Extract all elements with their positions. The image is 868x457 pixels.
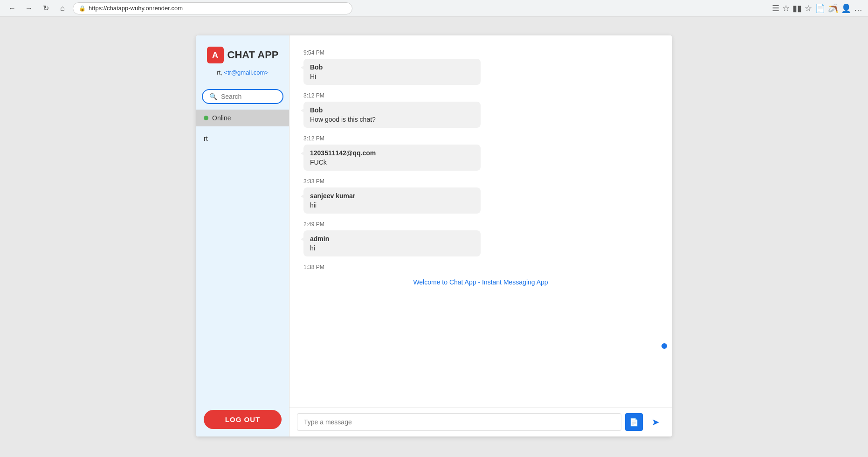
logo-text: CHAT APP (227, 49, 279, 61)
message-sender-3: 1203511142@qq.com (310, 149, 474, 157)
sidebar-header: A CHAT APP rt, <tr@gmail.com> (196, 35, 289, 85)
browser-actions: ☰ ☆ ▮▮ ☆ 📄 🪃 👤 … (772, 3, 862, 14)
message-sender-2: Bob (310, 106, 474, 114)
sidebar-footer: LOG OUT (196, 402, 289, 436)
contacts-list: rt (196, 126, 289, 402)
browser-chrome: ← → ↻ ⌂ 🔒 https://chatapp-wuhy.onrender.… (0, 0, 868, 17)
search-icon: 🔍 (209, 93, 217, 100)
forward-button[interactable]: → (22, 2, 35, 15)
scroll-indicator[interactable] (661, 343, 667, 349)
sidebar-logo: A CHAT APP (204, 47, 282, 63)
bookmark-star-icon[interactable]: ☆ (782, 3, 790, 14)
message-text-5: hi (310, 244, 474, 252)
contact-name: rt (204, 135, 208, 142)
timestamp-5: 2:49 PM (303, 221, 658, 228)
search-container: 🔍 (196, 85, 289, 110)
reader-mode-icon[interactable]: ☰ (772, 3, 779, 14)
message-text-1: Hi (310, 73, 474, 80)
message-sender-1: Bob (310, 63, 474, 71)
message-sender-5: admin (310, 235, 474, 242)
search-input[interactable] (221, 93, 276, 100)
timestamp-4: 3:33 PM (303, 178, 658, 185)
collections-icon[interactable]: 📄 (815, 3, 825, 14)
message-text-2: How good is this chat? (310, 116, 474, 123)
attach-icon: 📄 (629, 418, 639, 427)
send-icon: ➤ (652, 416, 660, 428)
profile-icon[interactable]: 👤 (841, 3, 851, 14)
app-window: A CHAT APP rt, <tr@gmail.com> 🔍 Online (196, 35, 672, 436)
lock-icon: 🔒 (79, 5, 86, 12)
status-bar: Online (196, 110, 289, 126)
message-bubble-3: 1203511142@qq.com FUCk (303, 145, 481, 171)
attach-button[interactable]: 📄 (625, 413, 643, 431)
favorites-icon[interactable]: ☆ (805, 3, 812, 14)
sidebar: A CHAT APP rt, <tr@gmail.com> 🔍 Online (196, 35, 289, 436)
url-text: https://chatapp-wuhy.onrender.com (89, 5, 183, 12)
refresh-button[interactable]: ↻ (39, 2, 52, 15)
home-button[interactable]: ⌂ (56, 2, 69, 15)
status-label: Online (212, 114, 231, 122)
logout-button[interactable]: LOG OUT (204, 410, 282, 429)
message-bubble-1: Bob Hi (303, 59, 481, 85)
send-button[interactable]: ➤ (647, 413, 664, 431)
more-options-icon[interactable]: … (854, 3, 862, 13)
logo-icon: A (207, 47, 224, 63)
welcome-text[interactable]: Welcome to Chat App - Instant Messaging … (413, 278, 548, 286)
search-wrapper: 🔍 (202, 89, 283, 104)
back-button[interactable]: ← (6, 2, 19, 15)
messages-container: 9:54 PM Bob Hi 3:12 PM Bob How good is t… (289, 35, 672, 407)
message-input[interactable] (297, 413, 621, 431)
message-text-4: hii (310, 201, 474, 209)
extensions-icon[interactable]: 🪃 (828, 3, 838, 14)
online-status-dot (204, 116, 208, 120)
message-sender-4: sanjeev kumar (310, 192, 474, 200)
timestamp-3: 3:12 PM (303, 135, 658, 142)
page-container: A CHAT APP rt, <tr@gmail.com> 🔍 Online (0, 17, 868, 457)
timestamp-1: 9:54 PM (303, 49, 658, 56)
contact-item-rt[interactable]: rt (196, 130, 289, 147)
split-view-icon[interactable]: ▮▮ (792, 3, 802, 14)
timestamp-6: 1:38 PM (303, 264, 658, 270)
user-info: rt, <tr@gmail.com> (204, 69, 282, 76)
user-greeting: rt, (217, 69, 224, 76)
user-email-link[interactable]: <tr@gmail.com> (224, 69, 269, 76)
message-bubble-5: admin hi (303, 230, 481, 256)
chat-area: 9:54 PM Bob Hi 3:12 PM Bob How good is t… (289, 35, 672, 436)
address-bar[interactable]: 🔒 https://chatapp-wuhy.onrender.com (73, 2, 352, 14)
logo-letter: A (212, 50, 218, 60)
timestamp-2: 3:12 PM (303, 92, 658, 99)
message-text-3: FUCk (310, 159, 474, 166)
message-bubble-2: Bob How good is this chat? (303, 102, 481, 128)
message-input-area: 📄 ➤ (289, 407, 672, 436)
message-bubble-4: sanjeev kumar hii (303, 187, 481, 214)
